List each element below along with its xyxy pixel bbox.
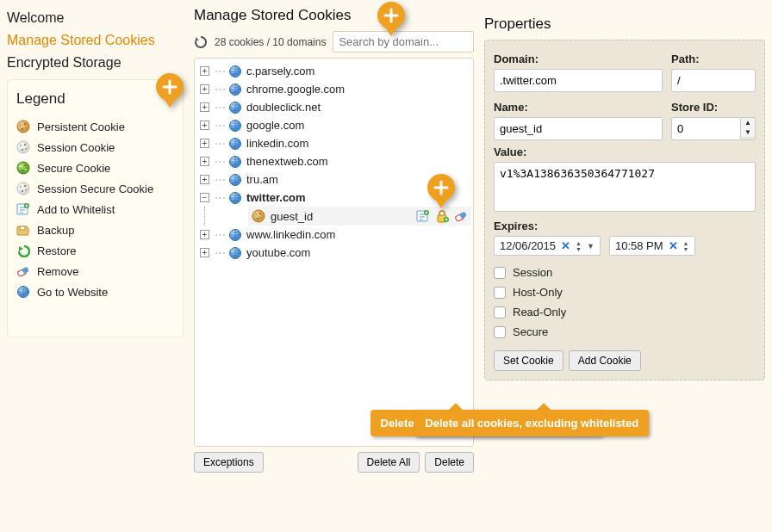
whitelist-icon[interactable] xyxy=(416,209,430,223)
store-id-field[interactable] xyxy=(671,117,741,140)
globe-icon xyxy=(229,120,241,132)
domain-row[interactable]: +⋯tru.am xyxy=(196,170,471,189)
session-checkbox[interactable] xyxy=(494,267,506,279)
clear-time-icon[interactable]: ✕ xyxy=(669,239,678,252)
set-cookie-button[interactable]: Set Cookie xyxy=(494,350,563,371)
collapse-icon[interactable]: − xyxy=(200,193,209,202)
store-id-up[interactable]: ▲ xyxy=(741,118,755,127)
add-cookie-button[interactable]: Add Cookie xyxy=(569,350,641,371)
remove-icon[interactable] xyxy=(454,209,468,223)
value-field[interactable] xyxy=(494,162,756,212)
expand-icon[interactable]: + xyxy=(200,157,209,166)
domain-label: twitter.com xyxy=(246,191,306,204)
lock-icon[interactable] xyxy=(435,209,449,223)
legend-title: Legend xyxy=(16,90,176,108)
legend-secure: Secure Cookie xyxy=(15,158,176,178)
legend-remove: Remove xyxy=(15,261,176,281)
legend-session: Session Cookie xyxy=(15,137,176,158)
session-secure-cookie-icon xyxy=(16,182,30,195)
persistent-cookie-icon xyxy=(252,209,265,223)
expand-icon[interactable]: + xyxy=(200,66,209,76)
legend-persistent: Persistent Cookie xyxy=(15,116,176,137)
props-title: Properties xyxy=(484,15,765,33)
expand-icon[interactable]: + xyxy=(200,139,209,148)
domain-row[interactable]: +⋯linkedin.com xyxy=(196,134,471,152)
domain-row[interactable]: +⋯thenextweb.com xyxy=(196,152,471,170)
expand-icon[interactable]: + xyxy=(200,175,209,184)
nav-encrypted-storage[interactable]: Encrypted Storage xyxy=(7,52,184,74)
legend-restore: Restore xyxy=(15,240,176,261)
domain-label: Domain: xyxy=(494,53,663,65)
backup-icon xyxy=(16,223,30,237)
date-dropdown-icon[interactable]: ▼ xyxy=(587,242,595,251)
globe-icon xyxy=(229,156,241,168)
store-id-down[interactable]: ▼ xyxy=(741,127,755,137)
delete-tooltip: Delete all cookies, excluding whiteliste… xyxy=(414,410,649,436)
globe-icon xyxy=(229,102,241,114)
persistent-cookie-icon xyxy=(16,120,30,133)
secure-checkbox[interactable] xyxy=(494,326,506,338)
domain-label: doubleclick.net xyxy=(246,101,321,114)
domain-row[interactable]: −⋯twitter.com xyxy=(196,189,471,207)
mid-title: Manage Stored Cookies xyxy=(194,7,474,24)
nav-welcome[interactable]: Welcome xyxy=(7,7,184,29)
delete-button[interactable]: Delete xyxy=(425,452,474,473)
domain-row[interactable]: +⋯chrome.google.com xyxy=(196,80,471,98)
domain-label: google.com xyxy=(246,119,304,132)
expand-icon[interactable]: + xyxy=(200,230,209,239)
expand-icon[interactable]: + xyxy=(200,84,209,94)
globe-icon xyxy=(229,84,241,96)
globe-icon xyxy=(229,229,241,241)
domain-field[interactable] xyxy=(494,69,663,92)
domain-label: c.parsely.com xyxy=(246,65,314,77)
domain-row[interactable]: +⋯c.parsely.com xyxy=(196,62,471,80)
expand-icon[interactable]: + xyxy=(200,102,209,112)
search-input[interactable] xyxy=(333,31,474,53)
domain-label: thenextweb.com xyxy=(246,155,328,168)
globe-icon xyxy=(229,192,241,204)
delete-all-button[interactable]: Delete All xyxy=(358,452,420,473)
nav-manage-cookies[interactable]: Manage Stored Cookies xyxy=(7,29,184,52)
time-up-down[interactable]: ▲▼ xyxy=(683,240,689,252)
globe-icon xyxy=(229,138,241,150)
expires-date-field[interactable]: 12/06/2015 ✕ ▲▼ ▼ xyxy=(494,236,601,256)
domain-label: www.linkedin.com xyxy=(246,228,335,241)
read-only-checkbox[interactable] xyxy=(494,306,506,319)
legend-goto: Go to Website xyxy=(15,281,176,302)
name-field[interactable] xyxy=(494,117,663,140)
cookie-count: 28 cookies / 10 domains xyxy=(215,36,326,48)
expires-time-field[interactable]: 10:58 PM ✕ ▲▼ xyxy=(609,236,695,256)
cookie-row[interactable]: guest_id xyxy=(248,207,471,226)
expand-icon[interactable]: + xyxy=(200,121,209,130)
host-only-checkbox[interactable] xyxy=(494,287,506,299)
session-cookie-icon xyxy=(16,140,30,154)
goto-website-icon xyxy=(16,285,30,299)
globe-icon xyxy=(229,65,241,77)
expand-icon[interactable]: + xyxy=(200,248,209,257)
domain-row[interactable]: +⋯doubleclick.net xyxy=(196,98,471,116)
path-field[interactable] xyxy=(671,69,756,92)
domain-row[interactable]: +⋯youtube.com xyxy=(196,244,471,262)
domain-row[interactable]: +⋯google.com xyxy=(196,116,471,134)
domain-row[interactable]: +⋯www.linkedin.com xyxy=(196,226,471,244)
store-id-label: Store ID: xyxy=(671,101,756,114)
domain-tree[interactable]: +⋯c.parsely.com+⋯chrome.google.com+⋯doub… xyxy=(194,58,474,447)
date-up-down[interactable]: ▲▼ xyxy=(576,240,582,252)
domain-label: chrome.google.com xyxy=(246,83,345,96)
legend-whitelist: Add to Whitelist xyxy=(15,199,176,220)
globe-icon xyxy=(229,247,241,259)
legend-session-secure: Session Secure Cookie xyxy=(15,178,176,199)
globe-icon xyxy=(229,174,241,186)
restore-icon xyxy=(16,244,30,257)
expires-label: Expires: xyxy=(494,220,756,232)
exceptions-button[interactable]: Exceptions xyxy=(194,452,264,473)
whitelist-icon xyxy=(16,202,30,216)
domain-label: youtube.com xyxy=(246,246,310,259)
reload-icon[interactable] xyxy=(194,35,208,49)
name-label: Name: xyxy=(494,101,663,114)
clear-date-icon[interactable]: ✕ xyxy=(561,239,570,252)
remove-icon xyxy=(16,264,30,278)
path-label: Path: xyxy=(671,53,756,65)
cookie-name: guest_id xyxy=(271,210,313,223)
domain-label: linkedin.com xyxy=(246,137,308,150)
